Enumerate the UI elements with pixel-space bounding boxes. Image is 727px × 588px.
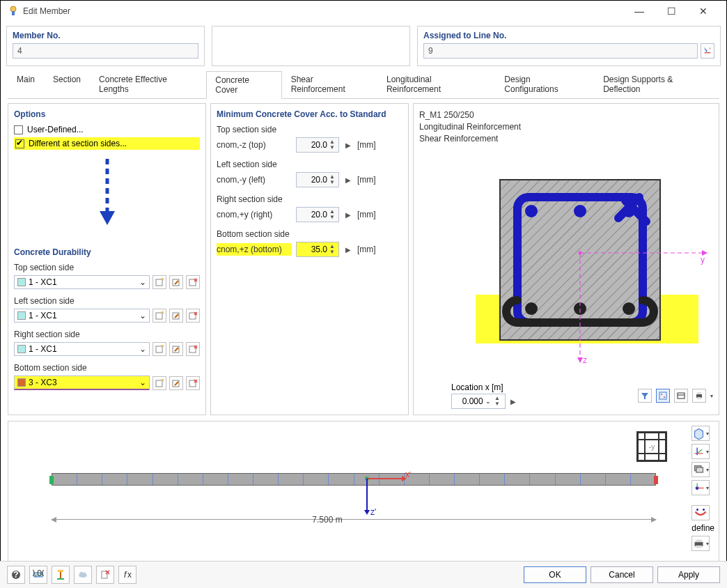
units-icon[interactable]: 0,00 [29, 566, 47, 584]
edit-button[interactable] [169, 376, 183, 390]
svg-rect-52 [659, 392, 666, 399]
ok-button[interactable]: OK [524, 566, 586, 583]
tab-section[interactable]: Section [44, 70, 90, 98]
tab-main[interactable]: Main [8, 70, 44, 98]
minimize-button[interactable]: — [623, 1, 655, 22]
svg-text:x: x [127, 570, 132, 580]
tab-design-supports-deflection[interactable]: Design Supports & Deflection [594, 70, 719, 98]
tabs: Main Section Concrete Effective Lengths … [8, 70, 719, 99]
close-button[interactable]: ✕ [687, 1, 719, 22]
svg-rect-58 [697, 392, 701, 394]
pick-line-button[interactable] [701, 43, 714, 59]
svg-rect-73 [696, 546, 703, 548]
next-icon[interactable]: ▶ [508, 396, 518, 406]
member-no-box: Member No. 4 [6, 26, 205, 66]
svg-line-63 [697, 449, 702, 454]
next-icon[interactable]: ▶ [343, 210, 353, 219]
tab-design-configurations[interactable]: Design Configurations [495, 70, 594, 98]
beam-graphic [52, 473, 656, 486]
assigned-box: Assigned to Line No. 9 [417, 26, 721, 66]
user-defined-checkbox[interactable] [14, 125, 23, 134]
cover-top-value[interactable]: 20.0▲▼ [296, 137, 339, 153]
cover-right-value[interactable]: 20.0▲▼ [296, 207, 339, 222]
location-value[interactable]: 0.000 ⌄▲▼ [451, 394, 506, 409]
svg-point-69 [696, 509, 698, 511]
maximize-button[interactable]: ☐ [655, 1, 687, 22]
different-sides-checkbox-row[interactable]: Different at section sides... [14, 137, 200, 150]
svg-rect-65 [696, 467, 703, 472]
cloud-icon[interactable] [74, 566, 92, 584]
tab-longitudinal-reinforcement[interactable]: Longitudinal Reinforcement [377, 70, 495, 98]
model-icon[interactable] [52, 566, 70, 584]
delete-button[interactable] [186, 342, 200, 356]
new-button[interactable] [153, 309, 166, 323]
member-no-label: Member No. [13, 31, 198, 40]
delete-button[interactable] [186, 376, 200, 390]
cancel-button[interactable]: Cancel [591, 566, 653, 583]
member-no-field[interactable]: 4 [13, 43, 198, 59]
svg-point-70 [703, 509, 705, 511]
edit-button[interactable] [169, 342, 183, 356]
smiley-icon[interactable] [691, 505, 710, 520]
svg-point-96 [83, 573, 86, 576]
tab-concrete-effective-lengths[interactable]: Concrete Effective Lengths [90, 70, 206, 98]
svg-point-43 [623, 302, 635, 315]
next-icon[interactable]: ▶ [343, 140, 353, 150]
axes-icon[interactable]: ▾ [691, 444, 710, 459]
view-3d-icon[interactable]: ▾ [691, 426, 710, 441]
new-button[interactable] [153, 376, 166, 390]
settings-icon[interactable] [674, 389, 688, 403]
edit-button[interactable] [169, 275, 183, 289]
bottom-bar: ? 0,00 fx OK Cancel Apply [0, 561, 727, 588]
user-defined-checkbox-row[interactable]: User-Defined... [14, 125, 200, 134]
svg-point-38 [525, 205, 538, 217]
svg-rect-97 [102, 571, 107, 578]
svg-text:?: ? [13, 570, 18, 580]
dashed-arrow-annotation [97, 157, 118, 226]
cover-title: Minimum Concrete Cover Acc. to Standard [217, 109, 402, 119]
app-icon [8, 6, 19, 17]
section-view-icon[interactable] [656, 389, 670, 403]
cover-left-label: Left section side [217, 160, 402, 169]
delete-button[interactable] [186, 309, 200, 323]
cover-bottom-label: Bottom section side [217, 229, 402, 239]
location-label: Location x [m] [451, 382, 518, 392]
layers-icon[interactable]: ▾ [691, 462, 710, 477]
cover-bottom-value[interactable]: 35.0▲▼ [296, 242, 339, 257]
next-icon[interactable]: ▶ [343, 245, 353, 254]
axis-selector-icon[interactable]: -y [636, 431, 667, 462]
svg-point-0 [10, 6, 16, 12]
svg-text:y: y [701, 255, 705, 265]
new-button[interactable] [153, 342, 166, 356]
cover-left-value[interactable]: 20.0▲▼ [296, 172, 339, 187]
tab-shear-reinforcement[interactable]: Shear Reinforcement [282, 70, 377, 98]
next-icon[interactable]: ▶ [343, 175, 353, 185]
filter-icon[interactable] [638, 389, 652, 403]
durability-top-select[interactable]: 1 - XC1⌄ [14, 275, 150, 289]
origin-icon[interactable]: ▾ [691, 480, 710, 495]
dimension-label: 7.500 m [8, 515, 646, 525]
svg-point-54 [664, 396, 665, 398]
delete-button[interactable] [186, 275, 200, 289]
durability-right-select[interactable]: 1 - XC1⌄ [14, 342, 150, 356]
print-icon[interactable] [692, 389, 706, 403]
tab-concrete-cover[interactable]: Concrete Cover [206, 71, 281, 99]
delete-sheet-icon[interactable] [96, 566, 114, 584]
preview-line1: R_M1 250/250 [419, 109, 713, 121]
print-icon[interactable]: ▾ [691, 536, 710, 551]
svg-text:0,00: 0,00 [33, 569, 44, 578]
svg-marker-60 [695, 428, 703, 439]
edit-button[interactable] [169, 309, 183, 323]
different-sides-label: Different at section sides... [29, 139, 127, 148]
new-button[interactable] [153, 275, 166, 289]
different-sides-checkbox[interactable] [15, 139, 24, 148]
durability-left-select[interactable]: 1 - XC1⌄ [14, 309, 150, 323]
apply-button[interactable]: Apply [657, 566, 720, 583]
help-icon[interactable]: ? [7, 566, 25, 584]
cover-right-sub: cnom,+y (right) [217, 210, 292, 219]
svg-marker-48 [577, 357, 583, 363]
durability-top-label: Top section side [14, 263, 200, 272]
fx-icon[interactable]: fx [118, 566, 136, 584]
assigned-field[interactable]: 9 [423, 43, 698, 59]
durability-bottom-select[interactable]: 3 - XC3⌄ [14, 376, 150, 390]
